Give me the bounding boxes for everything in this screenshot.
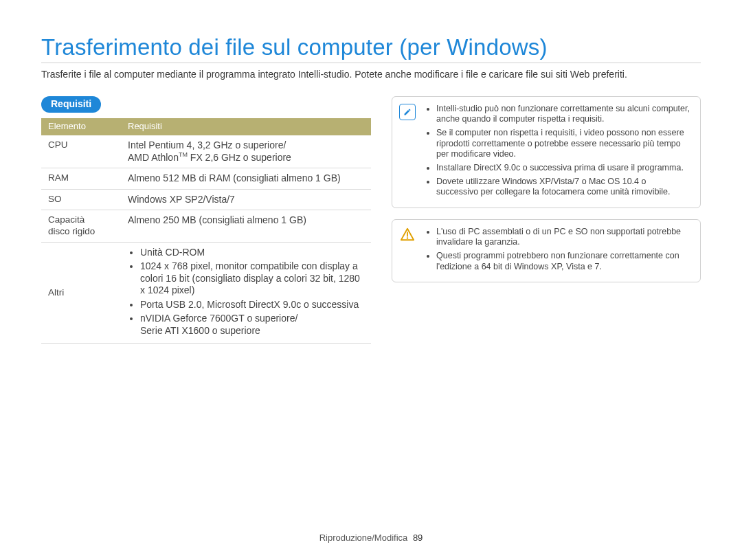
list-item: Intelli-studio può non funzionare corret… [436,104,690,125]
list-item: nVIDIA Geforce 7600GT o superiore/ Serie… [140,313,364,337]
table-row: CPU Intel Pentium 4, 3,2 GHz o superiore… [41,135,371,168]
cell-value-ram: Almeno 512 MB di RAM (consigliati almeno… [121,168,371,190]
cell-label-ram: RAM [41,168,121,190]
cpu-line1: Intel Pentium 4, 3,2 GHz o superiore/ [128,139,286,150]
list-item: Unità CD-ROM [140,247,364,259]
cell-label-altri: Altri [41,242,121,344]
altri-list: Unità CD-ROM 1024 x 768 pixel, monitor c… [128,247,364,337]
altri-item-3-l2: Serie ATI X1600 o superiore [140,325,260,336]
table-row: SO Windows XP SP2/Vista/7 [41,189,371,210]
warning-icon-wrap [399,227,416,276]
table-header-elemento: Elemento [41,118,121,135]
table-row: RAM Almeno 512 MB di RAM (consigliati al… [41,168,371,190]
table-header-requisiti: Requisiti [121,118,371,135]
section-pill-requisiti: Requisiti [41,96,101,113]
list-item: 1024 x 768 pixel, monitor compatibile co… [140,260,364,297]
content-columns: Requisiti Elemento Requisiti CPU Intel P… [41,96,701,344]
title-block: Trasferimento dei file sul computer (per… [41,33,701,63]
triangle-warning-icon [400,226,415,243]
altri-item-3-l1: nVIDIA Geforce 7600GT o superiore/ [140,313,297,324]
page: Trasferimento dei file sul computer (per… [0,0,742,560]
page-footer: Riproduzione/Modifica 89 [0,533,742,544]
pencil-icon [403,108,412,116]
left-column: Requisiti Elemento Requisiti CPU Intel P… [41,96,371,344]
table-row: Altri Unità CD-ROM 1024 x 768 pixel, mon… [41,242,371,344]
list-item: Questi programmi potrebbero non funziona… [436,251,690,272]
footer-section: Riproduzione/Modifica [319,533,408,543]
info-note-box: Intelli-studio può non funzionare corret… [392,96,701,208]
page-title: Trasferimento dei file sul computer (per… [41,33,701,61]
cell-value-altri: Unità CD-ROM 1024 x 768 pixel, monitor c… [121,242,371,344]
hdd-label-l2: disco rigido [48,226,95,236]
cell-label-cpu: CPU [41,135,121,168]
cell-value-cpu: Intel Pentium 4, 3,2 GHz o superiore/ AM… [121,135,371,168]
footer-page-number: 89 [413,533,423,543]
tm-superscript: TM [179,151,188,158]
note-icon [399,104,416,120]
table-header-row: Elemento Requisiti [41,118,371,135]
intro-text: Trasferite i file al computer mediante i… [41,69,701,81]
cpu-line2-pre: AMD Athlon [128,152,179,163]
warning-notes-list: L'uso di PC assemblati o di un PC e SO n… [424,227,690,276]
right-column: Intelli-studio può non funzionare corret… [392,96,701,344]
list-item: L'uso di PC assemblati o di un PC e SO n… [436,227,690,248]
info-icon-wrap [399,104,416,201]
svg-point-1 [407,237,408,238]
list-item: Installare DirectX 9.0c o successiva pri… [436,163,690,174]
list-item: Dovete utilizzare Windows XP/Vista/7 o M… [436,177,690,198]
cell-label-hdd: Capacità disco rigido [41,210,121,243]
cell-label-so: SO [41,189,121,210]
info-notes-list: Intelli-studio può non funzionare corret… [424,104,690,201]
table-row: Capacità disco rigido Almeno 250 MB (con… [41,210,371,243]
list-item: Se il computer non rispetta i requisiti,… [436,128,690,160]
requirements-table: Elemento Requisiti CPU Intel Pentium 4, … [41,118,371,344]
warning-note-box: L'uso di PC assemblati o di un PC e SO n… [392,219,701,283]
warning-icon [400,227,415,242]
cell-value-so: Windows XP SP2/Vista/7 [121,189,371,210]
list-item: Porta USB 2.0, Microsoft DirectX 9.0c o … [140,299,364,311]
cell-value-hdd: Almeno 250 MB (consigliati almeno 1 GB) [121,210,371,243]
hdd-label-l1: Capacità [48,214,85,225]
cpu-line2-post: FX 2,6 GHz o superiore [188,152,291,163]
